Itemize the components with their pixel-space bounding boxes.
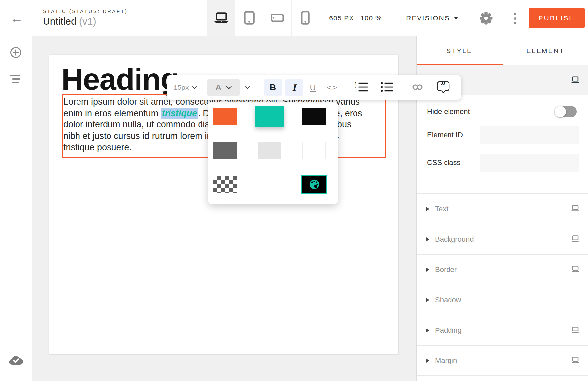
- canvas-size-indicator: 605 PX 100 %: [319, 0, 392, 36]
- toggle-knob: [555, 106, 566, 117]
- device-tab-desktop[interactable]: [207, 0, 235, 36]
- save-status-indicator: [8, 355, 23, 365]
- svg-text:3: 3: [355, 89, 357, 92]
- tab-style[interactable]: STYLE: [417, 36, 503, 65]
- publish-button[interactable]: PUBLISH: [529, 8, 585, 28]
- device-tab-mobile[interactable]: [291, 0, 319, 36]
- svg-text:”: ”: [441, 81, 446, 91]
- settings-button[interactable]: [477, 9, 495, 28]
- triangle-right-icon: [426, 329, 429, 332]
- caret-down-icon: [454, 17, 458, 19]
- gear-icon: [479, 11, 493, 26]
- divider: [257, 75, 257, 100]
- canvas-width-value: 605 PX: [329, 14, 354, 22]
- laptop-icon: [214, 12, 229, 24]
- highlight-color-dropdown[interactable]: [245, 86, 250, 89]
- section-row-padding[interactable]: Padding: [417, 315, 588, 345]
- section-row-margin[interactable]: Margin: [417, 345, 588, 376]
- triangle-right-icon: [426, 268, 429, 272]
- tab-element[interactable]: ELEMENT: [503, 36, 588, 65]
- status-label: STATIC (STATUS: DRAFT): [43, 8, 128, 14]
- device-tab-tablet-portrait[interactable]: [235, 0, 263, 36]
- add-element-button[interactable]: [10, 46, 22, 59]
- title-block: STATIC (STATUS: DRAFT) Untitled (v1): [43, 8, 128, 27]
- device-preview-switcher: [207, 0, 319, 36]
- unordered-list-icon: [380, 82, 394, 94]
- custom-color-swatch-selected[interactable]: [301, 175, 327, 194]
- css-class-input[interactable]: [480, 154, 579, 172]
- color-swatch-light-gray[interactable]: [258, 142, 281, 159]
- bold-button[interactable]: B: [264, 79, 282, 96]
- divider: [470, 0, 470, 36]
- revisions-dropdown[interactable]: REVISIONS: [399, 0, 465, 36]
- color-swatch-orange[interactable]: [213, 108, 237, 125]
- section-row-shadow[interactable]: Shadow: [417, 285, 588, 315]
- laptop-icon: [571, 327, 580, 334]
- style-sections-accordion: Text Background Border: [417, 193, 588, 376]
- quote-bubble-icon: ”: [437, 81, 450, 94]
- color-swatch-white[interactable]: [302, 142, 326, 159]
- back-button[interactable]: ←: [7, 0, 26, 36]
- ordered-list-icon: 123: [355, 82, 368, 94]
- hide-element-toggle[interactable]: [555, 106, 577, 117]
- highlighted-word: tristique: [161, 108, 198, 119]
- code-button[interactable]: <>: [325, 79, 340, 96]
- left-sidebar: [0, 36, 32, 381]
- color-swatch-transparent[interactable]: [213, 176, 237, 193]
- italic-button[interactable]: I: [285, 79, 303, 96]
- color-swatch-black[interactable]: [302, 108, 326, 125]
- hide-element-row: Hide element: [417, 102, 588, 121]
- panel-tab-bar: STYLE ELEMENT: [417, 36, 588, 65]
- canvas-zoom-value: 100 %: [360, 14, 382, 22]
- css-class-label: CSS class: [427, 158, 480, 167]
- revisions-label: REVISIONS: [406, 14, 449, 22]
- laptop-icon: [571, 357, 580, 364]
- page-title: Untitled (v1): [43, 16, 128, 27]
- text-color-dropdown[interactable]: A: [207, 79, 240, 96]
- cloud-check-icon: [8, 361, 23, 366]
- section-row-text[interactable]: Text: [417, 193, 588, 224]
- element-id-label: Element ID: [427, 131, 480, 139]
- link-button[interactable]: [412, 84, 423, 92]
- back-arrow-icon: ←: [10, 10, 23, 26]
- laptop-icon: [571, 266, 580, 274]
- font-size-dropdown[interactable]: 15px: [174, 84, 192, 91]
- divider: [32, 0, 32, 36]
- divider: [348, 75, 348, 100]
- laptop-icon: [571, 235, 580, 243]
- triangle-right-icon: [426, 298, 429, 302]
- triangle-right-icon: [426, 359, 429, 363]
- version-label: (v1): [79, 16, 96, 27]
- divider: [392, 0, 392, 36]
- kebab-icon: [514, 13, 516, 15]
- laptop-icon: [571, 76, 580, 85]
- color-picker-popover: [208, 102, 338, 204]
- text-color-label: A: [215, 83, 221, 92]
- more-menu-button[interactable]: [509, 9, 522, 28]
- section-row-background[interactable]: Background: [417, 224, 588, 254]
- divider: [405, 75, 405, 100]
- device-tab-tablet-landscape[interactable]: [263, 0, 291, 36]
- ordered-list-button[interactable]: 123: [355, 82, 368, 94]
- heading-element[interactable]: Heading: [61, 63, 179, 96]
- triangle-right-icon: [426, 237, 429, 241]
- hide-element-label: Hide element: [427, 107, 555, 116]
- underline-button[interactable]: U: [307, 79, 319, 96]
- color-swatch-dark-gray[interactable]: [213, 142, 237, 159]
- layers-button[interactable]: [10, 75, 22, 84]
- section-row-border[interactable]: Border: [417, 254, 588, 285]
- tablet-landscape-icon: [271, 14, 284, 23]
- element-id-row: Element ID: [417, 126, 588, 144]
- svg-text:2: 2: [355, 85, 357, 89]
- font-size-value: 15px: [174, 84, 189, 91]
- page-builder-app: ← STATIC (STATUS: DRAFT) Untitled (v1): [0, 0, 588, 381]
- svg-text:1: 1: [355, 82, 357, 86]
- top-bar: ← STATIC (STATUS: DRAFT) Untitled (v1): [0, 0, 588, 36]
- element-id-input[interactable]: [480, 126, 579, 144]
- chevron-down-icon[interactable]: [192, 86, 197, 89]
- color-swatch-teal[interactable]: [255, 106, 284, 127]
- laptop-icon: [571, 205, 580, 213]
- quote-button[interactable]: ”: [437, 81, 450, 94]
- css-class-row: CSS class: [417, 154, 588, 172]
- unordered-list-button[interactable]: [380, 82, 394, 94]
